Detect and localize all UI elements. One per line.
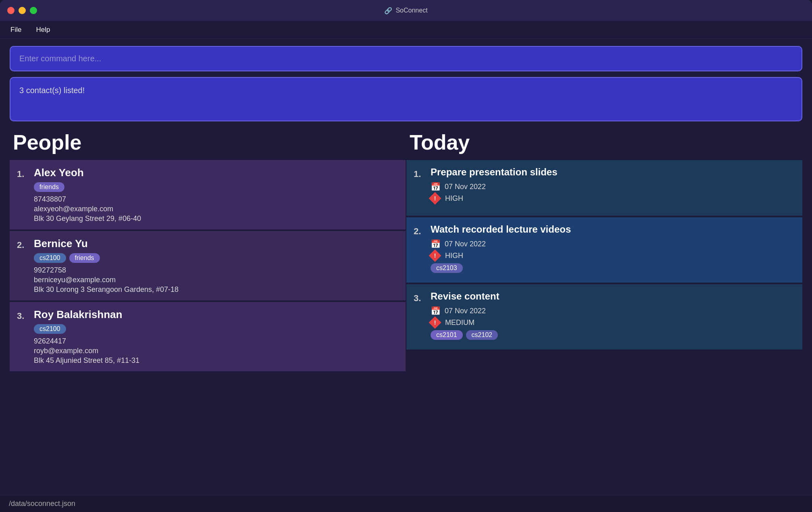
task-index: 2. xyxy=(414,226,421,237)
task-tags: cs2103 xyxy=(431,263,794,273)
person-name: Roy Balakrishnan xyxy=(34,308,398,321)
task-card[interactable]: 1. Prepare presentation slides 📅 07 Nov … xyxy=(406,160,802,216)
task-date: 07 Nov 2022 xyxy=(445,240,486,248)
calendar-icon: 📅 xyxy=(431,239,441,249)
person-email: royb@example.com xyxy=(34,347,398,355)
columns: People 1. Alex Yeoh friends 87438807 ale… xyxy=(10,130,802,491)
person-tags: cs2100 friends xyxy=(34,253,398,263)
priority-row: HIGH xyxy=(431,251,794,260)
priority-icon xyxy=(429,316,441,329)
today-column: Today 1. Prepare presentation slides 📅 0… xyxy=(406,130,802,491)
task-date: 07 Nov 2022 xyxy=(445,183,486,191)
tag-cs2103: cs2103 xyxy=(431,263,463,273)
person-tags: friends xyxy=(34,182,398,192)
window-title: 🔗 SoConnect xyxy=(384,7,427,15)
person-email: alexyeoh@example.com xyxy=(34,205,398,213)
task-date-row: 📅 07 Nov 2022 xyxy=(431,239,794,249)
calendar-icon: 📅 xyxy=(431,306,441,316)
task-date: 07 Nov 2022 xyxy=(445,307,486,315)
priority-text: HIGH xyxy=(445,252,463,260)
person-name: Bernice Yu xyxy=(34,237,398,250)
person-index: 3. xyxy=(17,311,24,321)
app-title: SoConnect xyxy=(396,7,427,14)
people-header: People xyxy=(10,130,406,154)
task-index: 3. xyxy=(414,293,421,304)
minimize-button[interactable] xyxy=(19,7,26,14)
task-date-row: 📅 07 Nov 2022 xyxy=(431,306,794,316)
person-name: Alex Yeoh xyxy=(34,167,398,179)
maximize-button[interactable] xyxy=(30,7,37,14)
today-list[interactable]: 1. Prepare presentation slides 📅 07 Nov … xyxy=(406,160,802,491)
task-date-row: 📅 07 Nov 2022 xyxy=(431,182,794,191)
output-box: 3 contact(s) listed! xyxy=(10,77,802,121)
task-index: 1. xyxy=(414,169,421,179)
person-card[interactable]: 3. Roy Balakrishnan cs2100 92624417 royb… xyxy=(10,302,406,371)
person-phone: 92624417 xyxy=(34,337,398,345)
status-bar: /data/soconnect.json xyxy=(0,495,812,512)
command-input-wrapper xyxy=(10,46,802,71)
priority-icon xyxy=(429,249,441,262)
tag-cs2101: cs2101 xyxy=(431,330,463,340)
person-card[interactable]: 2. Bernice Yu cs2100 friends 99272758 be… xyxy=(10,231,406,300)
person-card[interactable]: 1. Alex Yeoh friends 87438807 alexyeoh@e… xyxy=(10,160,406,229)
main-content: 3 contact(s) listed! People 1. Alex Yeoh… xyxy=(0,39,812,495)
task-card[interactable]: 3. Revise content 📅 07 Nov 2022 MEDIUM c… xyxy=(406,284,802,350)
close-button[interactable] xyxy=(7,7,14,14)
tag-friends: friends xyxy=(69,253,100,263)
output-text: 3 contact(s) listed! xyxy=(19,86,85,95)
task-tags: cs2101 cs2102 xyxy=(431,330,794,340)
priority-row: MEDIUM xyxy=(431,318,794,327)
priority-icon xyxy=(429,192,441,204)
calendar-icon: 📅 xyxy=(431,182,441,191)
today-header: Today xyxy=(406,130,802,154)
menu-bar: File Help xyxy=(0,21,812,39)
priority-text: MEDIUM xyxy=(445,318,474,327)
tag-cs2100: cs2100 xyxy=(34,324,66,334)
person-address: Blk 30 Geylang Street 29, #06-40 xyxy=(34,214,398,223)
priority-row: HIGH xyxy=(431,194,794,203)
app-icon: 🔗 xyxy=(384,7,392,15)
menu-help[interactable]: Help xyxy=(33,24,52,35)
person-address: Blk 45 Aljunied Street 85, #11-31 xyxy=(34,356,398,365)
tag-cs2100: cs2100 xyxy=(34,253,66,263)
menu-file[interactable]: File xyxy=(8,24,24,35)
person-tags: cs2100 xyxy=(34,324,398,334)
task-card[interactable]: 2. Watch recorded lecture videos 📅 07 No… xyxy=(406,217,802,283)
command-input[interactable] xyxy=(10,46,802,71)
task-name: Watch recorded lecture videos xyxy=(431,224,794,235)
person-index: 2. xyxy=(17,240,24,250)
window-controls xyxy=(7,7,37,14)
task-name: Revise content xyxy=(431,291,794,302)
people-list: 1. Alex Yeoh friends 87438807 alexyeoh@e… xyxy=(10,160,406,491)
priority-text: HIGH xyxy=(445,194,463,203)
app-window: 🔗 SoConnect File Help 3 contact(s) liste… xyxy=(0,0,812,512)
person-email: berniceyu@example.com xyxy=(34,276,398,284)
tag-cs2102: cs2102 xyxy=(466,330,498,340)
title-bar: 🔗 SoConnect xyxy=(0,0,812,21)
task-name: Prepare presentation slides xyxy=(431,167,794,178)
person-address: Blk 30 Lorong 3 Serangoon Gardens, #07-1… xyxy=(34,285,398,294)
status-path: /data/soconnect.json xyxy=(9,500,75,508)
people-column: People 1. Alex Yeoh friends 87438807 ale… xyxy=(10,130,406,491)
tag-friends: friends xyxy=(34,182,64,192)
person-phone: 87438807 xyxy=(34,195,398,204)
person-phone: 99272758 xyxy=(34,266,398,275)
person-index: 1. xyxy=(17,169,24,179)
